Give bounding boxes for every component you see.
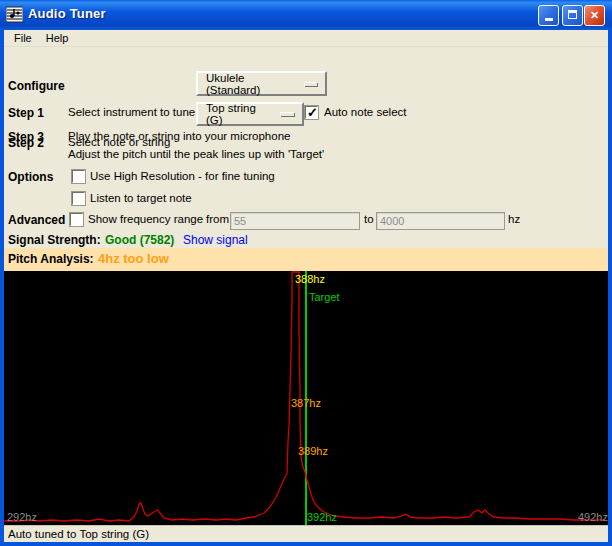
chart-label-388hz: 388hz xyxy=(295,273,325,285)
maximize-icon xyxy=(568,10,577,19)
chart-label-492hz: 492hz xyxy=(578,511,608,523)
chart-label-292hz: 292hz xyxy=(7,511,37,523)
listen-target-label: Listen to target note xyxy=(90,192,192,204)
spectrum-chart: 388hzTarget387hz389hz392hz292hz492hz xyxy=(4,271,608,525)
minimize-icon xyxy=(545,18,553,21)
chart-label-389hz: 389hz xyxy=(298,445,328,457)
menu-file[interactable]: File xyxy=(7,30,39,47)
from-input[interactable]: 55 xyxy=(230,212,360,230)
window-content: File Help Configure Step 1 Select instru… xyxy=(4,30,608,542)
step1-label: Step 1 xyxy=(8,106,44,120)
maximize-button[interactable] xyxy=(562,5,583,26)
high-resolution-checkbox[interactable] xyxy=(72,170,85,183)
from-label: from xyxy=(206,213,229,225)
note-dropdown-value: Top string (G) xyxy=(206,102,268,126)
app-window: Audio Tuner ✕ File Help Configure Step 1… xyxy=(0,0,612,546)
status-bar: Auto tuned to Top string (G) xyxy=(4,525,608,542)
menu-help[interactable]: Help xyxy=(39,30,76,47)
pitch-analysis-bar: Pitch Analysis: 4hz too low xyxy=(4,248,608,271)
to-label: to xyxy=(364,213,374,225)
instrument-dropdown-value: Ukulele (Standard) xyxy=(206,72,292,96)
dropdown-indicator-icon xyxy=(280,112,294,116)
listen-target-checkbox[interactable] xyxy=(72,192,85,205)
step3-line1: Play the note or string into your microp… xyxy=(68,130,290,142)
show-signal-link[interactable]: Show signal xyxy=(183,233,248,247)
window-title: Audio Tuner xyxy=(28,6,106,21)
instrument-dropdown[interactable]: Ukulele (Standard) xyxy=(196,71,327,96)
close-icon: ✕ xyxy=(590,9,599,21)
step1-description: Select instrument to tune xyxy=(68,106,195,118)
step3-line2: Adjust the pitch until the peak lines up… xyxy=(68,148,324,160)
chart-label-387hz: 387hz xyxy=(291,397,321,409)
auto-note-label: Auto note select xyxy=(324,106,406,118)
sheet-music-icon xyxy=(6,6,23,23)
note-dropdown[interactable]: Top string (G) xyxy=(196,102,304,126)
chart-label-target: Target xyxy=(309,291,340,303)
dropdown-indicator-icon xyxy=(304,82,317,86)
high-resolution-label: Use High Resolution - for fine tuning xyxy=(90,170,275,182)
chart-label-392hz: 392hz xyxy=(307,511,337,523)
pitch-analysis-label: Pitch Analysis: xyxy=(8,252,94,266)
configure-heading: Configure xyxy=(8,79,65,93)
show-frequency-range-label: Show frequency range xyxy=(88,213,203,225)
menu-bar: File Help xyxy=(4,30,608,47)
show-frequency-range-checkbox[interactable] xyxy=(70,213,83,226)
hz-unit-label: hz xyxy=(508,213,520,225)
options-label: Options xyxy=(8,170,53,184)
to-input[interactable]: 4000 xyxy=(376,212,505,230)
auto-note-checkbox[interactable] xyxy=(305,106,318,119)
close-button[interactable]: ✕ xyxy=(584,5,605,26)
status-text: Auto tuned to Top string (G) xyxy=(8,528,149,540)
minimize-button[interactable] xyxy=(538,5,559,26)
signal-strength-label: Signal Strength: xyxy=(8,233,101,247)
advanced-label: Advanced xyxy=(8,213,65,227)
signal-strength-value: Good (7582) xyxy=(105,233,174,247)
pitch-analysis-value: 4hz too low xyxy=(98,251,169,266)
title-bar[interactable]: Audio Tuner ✕ xyxy=(0,0,612,30)
step3-label: Step 3 xyxy=(8,130,44,144)
